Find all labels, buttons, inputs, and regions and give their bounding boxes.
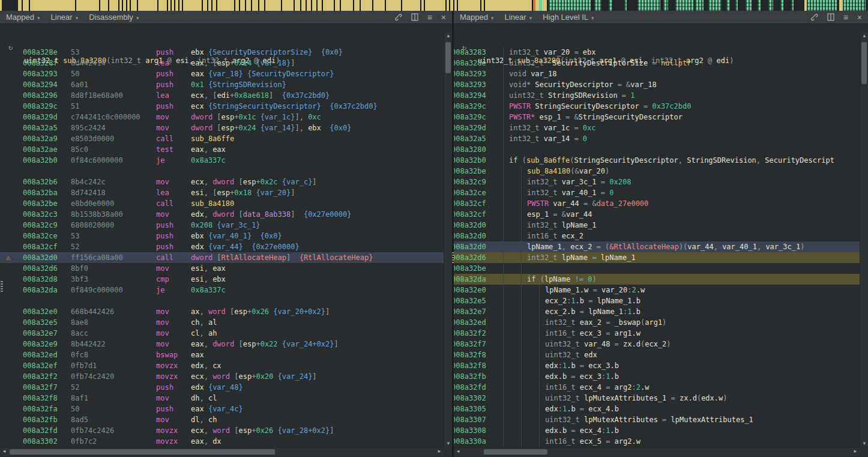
- hlil-row[interactable]: 008a32f8edx:1.b = ecx_3.b: [454, 360, 868, 371]
- il-level-dropdown[interactable]: High Level IL▾: [543, 13, 594, 22]
- layout-dropdown[interactable]: Linear▾: [505, 13, 532, 22]
- menu-icon[interactable]: ≡: [843, 13, 848, 22]
- hlil-row[interactable]: 008a32e7ecx_2.b = lpName_1:1.b: [454, 306, 868, 317]
- hlil-row[interactable]: 008a32be: [454, 263, 868, 274]
- scroll-right-button[interactable]: ►: [435, 448, 444, 455]
- disasm-row[interactable]: 008a329350pusheax {var_18} {SecurityDesc…: [0, 68, 452, 79]
- disasm-row[interactable]: 008a32c38b1538b38a00movedx, dword [data_…: [0, 209, 452, 220]
- layout-dropdown[interactable]: Linear▾: [51, 13, 79, 22]
- disasm-row[interactable]: 008a328f8d442414leaeax, [esp+0x14 {var_1…: [0, 58, 452, 68]
- view-mode-dropdown[interactable]: Mapped▾: [6, 13, 40, 22]
- hlil-row[interactable]: 008a3280: [454, 144, 868, 155]
- hlil-row[interactable]: 008a330aint16_t ecx_5 = arg2.w: [454, 436, 868, 447]
- hscroll-thumb[interactable]: [10, 449, 275, 455]
- hlil-row[interactable]: 008a32edint32_t eax_2 = _bswap(arg1): [454, 317, 868, 328]
- disasm-row[interactable]: 008a32e98b442422moveax, dword [esp+0x22 …: [0, 339, 452, 350]
- disasm-row[interactable]: 008a328e53pushebx {SecurityDescriptorSiz…: [0, 47, 452, 58]
- hlil-row[interactable]: 008a329cPWSTR StringSecurityDescriptor =…: [454, 101, 868, 112]
- scroll-up-button[interactable]: ▲: [444, 32, 452, 40]
- sync-link-icon[interactable]: [810, 13, 818, 21]
- disasm-row[interactable]: 008a32e58ae8movch, al: [0, 317, 452, 328]
- hscroll-thumb[interactable]: [484, 449, 547, 455]
- split-pane-icon[interactable]: [411, 13, 418, 21]
- close-icon[interactable]: ×: [441, 13, 446, 22]
- disasm-row[interactable]: 008a32da0f849c000000je0x8a337c: [0, 285, 452, 295]
- disasm-row[interactable]: 008a32ce53pushebx {var_40_1} {0x0}: [0, 231, 452, 241]
- hlil-row[interactable]: 008a32fbedx.b = ecx_3:1.b: [454, 371, 868, 382]
- disasm-row[interactable]: 008a32d83bf3cmpesi, ebx: [0, 274, 452, 285]
- left-edge-drag-handle[interactable]: [1, 281, 3, 292]
- hlil-row[interactable]: 008a3307uint32_t lpMutexAttributes = lpM…: [454, 414, 868, 425]
- hlil-row[interactable]: 008a32e0lpName_1.w = var_20:2.w: [454, 285, 868, 295]
- hlil-row[interactable]: 008a32e5ecx_2:1.b = lpName_1.b: [454, 295, 868, 306]
- disassembly-vscrollbar[interactable]: ▲ ▼: [444, 32, 452, 447]
- disasm-row[interactable]: 008a32fd0fb74c2426movzxecx, word [esp+0x…: [0, 425, 452, 436]
- disasm-row[interactable]: 008a32bee8bd0e0000callsub_8a4180: [0, 198, 452, 209]
- close-icon[interactable]: ×: [857, 13, 862, 22]
- hlil-row[interactable]: 008a32ceint32_t var_40_1 = 0: [454, 187, 868, 198]
- disasm-row[interactable]: 008a32cf52pushedx {var_44} {0x27e0000}: [0, 241, 452, 252]
- disasm-row[interactable]: 008a32a9e8503d0000callsub_8a6ffe: [0, 133, 452, 144]
- feature-map[interactable]: [0, 0, 868, 11]
- scroll-left-button[interactable]: ◄: [454, 448, 462, 455]
- hlil-row[interactable]: 008a3294uint32_t StringSDRevision = 1: [454, 90, 868, 101]
- hlil-row[interactable]: 008a328euint32_t* SecurityDescriptorSize…: [454, 58, 868, 68]
- disasm-row[interactable]: 008a32e0668b442426movax, word [esp+0x26 …: [0, 306, 452, 317]
- hlil-row[interactable]: 008a32c9int32_t var_3c_1 = 0x208: [454, 177, 868, 187]
- disasm-row[interactable]: 008a32f20fb74c2420movzxecx, word [esp+0x…: [0, 371, 452, 382]
- disasm-row[interactable]: 008a32b00f84c6000000je0x8a337c: [0, 155, 452, 166]
- scroll-left-button[interactable]: ◄: [0, 448, 8, 455]
- split-pane-icon[interactable]: [827, 13, 834, 21]
- disasm-row[interactable]: 008a32ed0fc8bswapeax: [0, 350, 452, 360]
- disasm-row[interactable]: 008a329dc744241c0c000000movdword [esp+0x…: [0, 112, 452, 123]
- vscroll-thumb[interactable]: [861, 42, 867, 84]
- disasm-row[interactable]: 008a32f88af1movdh, cl: [0, 393, 452, 404]
- hlil-vscrollbar[interactable]: ▲ ▼: [860, 32, 868, 447]
- hlil-row[interactable]: 008a32d0int16_t ecx_2: [454, 231, 868, 241]
- hlil-row[interactable]: 008a3293void* SecurityDescriptor = &var_…: [454, 79, 868, 90]
- disasm-row[interactable]: 008a32c96808020000push0x208 {var_3c_1}: [0, 220, 452, 231]
- disasm-row[interactable]: 008a32ef0fb7d1movzxedx, cx: [0, 360, 452, 371]
- hlil-row[interactable]: 008a329cPWSTR* esp_1 = &StringSecurityDe…: [454, 112, 868, 123]
- hlil-row[interactable]: 008a32besub_8a4180(&var_20): [454, 166, 868, 177]
- il-level-dropdown[interactable]: Disassembly▾: [89, 13, 139, 22]
- disasm-row[interactable]: 008a32e78accmovcl, ah: [0, 328, 452, 339]
- disasm-row[interactable]: 008a32d68bf0movesi, eax: [0, 263, 452, 274]
- disasm-row[interactable]: 008a32946a01push0x1 {StringSDRevision}: [0, 79, 452, 90]
- disasm-row[interactable]: 008a32ae85c0testeax, eax: [0, 144, 452, 155]
- hlil-row[interactable]: 008a32cfesp_1 = &var_44: [454, 209, 868, 220]
- disasm-row[interactable]: 008a32fb8ad5movdl, ch: [0, 414, 452, 425]
- disasm-row[interactable]: 008a329c51pushecx {StringSecurityDescrip…: [0, 101, 452, 112]
- hlil-row[interactable]: 008a32a5int32_t var_14 = 0: [454, 133, 868, 144]
- disasm-row[interactable]: 008a32f752pushedx {var_48}: [0, 382, 452, 393]
- hlil-row[interactable]: 008a32d6int32_t lpName = lpName_1: [454, 252, 868, 263]
- scroll-down-button[interactable]: ▼: [444, 440, 452, 447]
- hlil-row[interactable]: 008a32cfPWSTR var_44 = &data_27e0000: [454, 198, 868, 209]
- scroll-right-button[interactable]: ►: [851, 448, 860, 455]
- hlil-row[interactable]: 008a32f8uint32_t edx: [454, 350, 868, 360]
- hlil-row[interactable]: 008a32d0int32_t lpName_1: [454, 220, 868, 231]
- disasm-row[interactable]: 008a32fa50pusheax {var_4c}: [0, 404, 452, 414]
- disasm-row[interactable]: 008a32a5895c2424movdword [esp+0x24 {var_…: [0, 123, 452, 133]
- disasm-row[interactable]: 008a32968d8f18e68a00leaecx, [edi+0x8ae61…: [0, 90, 452, 101]
- hlil-row[interactable]: 008a3302uint32_t lpMutexAttributes_1 = z…: [454, 393, 868, 404]
- disassembly-hscrollbar[interactable]: ◄ ►: [0, 447, 444, 456]
- vscroll-thumb[interactable]: [445, 42, 451, 73]
- hlil-row[interactable]: 008a3293void var_18: [454, 68, 868, 79]
- disasm-row[interactable]: 008a32b68b4c242cmovecx, dword [esp+0x2c …: [0, 177, 452, 187]
- hlil-row[interactable]: 008a32daif (lpName != 0): [454, 274, 868, 285]
- disasm-row[interactable]: [0, 166, 452, 177]
- function-signature-row[interactable]: ↻ uint32_t sub_8a3280(int32_t arg1 @ esi…: [0, 28, 452, 41]
- hlil-row[interactable]: 008a32d0lpName_1, ecx_2 = (&RtlAllocateH…: [454, 241, 868, 252]
- hlil-row[interactable]: 008a32f7uint32_t var_48 = zx.d(ecx_2): [454, 339, 868, 350]
- scroll-up-button[interactable]: ▲: [860, 32, 868, 40]
- hlil-row[interactable]: 008a3305edx:1.b = ecx_4.b: [454, 404, 868, 414]
- hlil-hscrollbar[interactable]: ◄ ►: [454, 447, 860, 456]
- scroll-down-button[interactable]: ▼: [860, 440, 868, 447]
- function-signature-row[interactable]: ↻ uint32_t sub_8a3280(int32_t arg1 @ esi…: [454, 28, 868, 41]
- hlil-row[interactable]: 008a32fdint16_t ecx_4 = arg2:2.w: [454, 382, 868, 393]
- hlil-row[interactable]: 008a32b0if (sub_8a6ffe(StringSecurityDes…: [454, 155, 868, 166]
- sync-link-icon[interactable]: [394, 13, 402, 21]
- hlil-row[interactable]: 008a32f2int16_t ecx_3 = arg1.w: [454, 328, 868, 339]
- menu-icon[interactable]: ≡: [427, 13, 432, 22]
